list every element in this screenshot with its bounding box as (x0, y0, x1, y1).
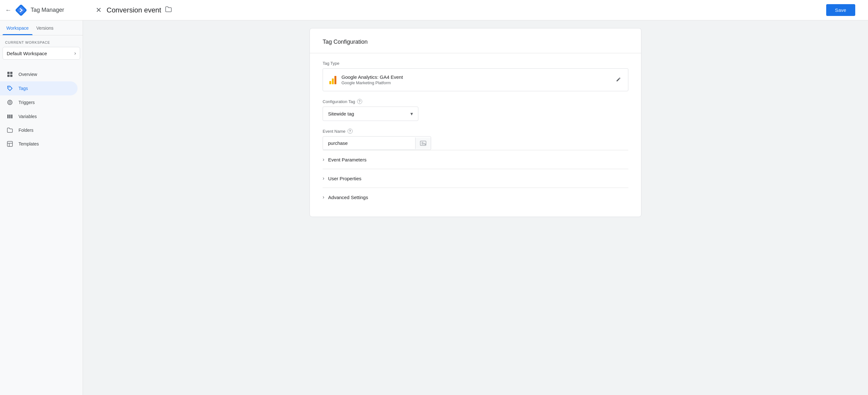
event-parameters-title: Event Parameters (328, 157, 366, 162)
config-tag-help-icon[interactable]: ? (357, 99, 362, 104)
workspace-chevron-icon: › (74, 51, 76, 56)
tab-versions[interactable]: Versions (33, 21, 57, 35)
templates-icon (6, 141, 13, 147)
svg-point-7 (8, 100, 12, 105)
variable-icon (420, 141, 426, 146)
variables-icon (6, 113, 13, 120)
accordion-event-parameters-header[interactable]: › Event Parameters (322, 157, 628, 162)
sidebar: Workspace Versions CURRENT WORKSPACE Def… (0, 21, 83, 395)
tag-type-name: Google Analytics: GA4 Event (341, 74, 403, 80)
tab-workspace[interactable]: Workspace (3, 21, 33, 35)
user-properties-title: User Properties (328, 176, 361, 181)
accordion-event-parameters: › Event Parameters (322, 150, 628, 169)
bar2 (332, 79, 334, 84)
variable-picker-button[interactable] (415, 138, 431, 149)
sidebar-item-variables[interactable]: Variables (0, 110, 78, 123)
event-name-section: Event Name ? (322, 129, 628, 150)
close-panel-button[interactable]: ✕ (96, 6, 101, 14)
tag-type-subtitle: Google Marketing Platform (341, 81, 403, 85)
sidebar-item-tags[interactable]: Tags (0, 81, 78, 95)
workspace-selector[interactable]: Default Workspace › (3, 47, 80, 60)
workspace-name: Default Workspace (7, 51, 47, 56)
event-name-input[interactable] (323, 136, 415, 150)
current-workspace-label: CURRENT WORKSPACE (0, 35, 83, 47)
section-divider-top (310, 53, 641, 53)
event-name-label-text: Event Name (322, 129, 346, 134)
tag-type-card[interactable]: Google Analytics: GA4 Event Google Marke… (322, 68, 628, 91)
tag-type-label: Tag Type (322, 61, 628, 66)
tag-type-label-text: Tag Type (322, 61, 340, 66)
config-tag-dropdown-arrow-icon: ▾ (410, 111, 413, 117)
panel-card: Tag Configuration Tag Type Goog (310, 28, 642, 217)
event-parameters-chevron-icon: › (322, 157, 324, 162)
panel-title-text: Conversion event (106, 6, 161, 14)
tag-type-section: Tag Type Google Analytics: GA4 Event Goo… (322, 61, 628, 91)
svg-rect-3 (10, 72, 12, 74)
content-area: Tag Configuration Tag Type Goog (83, 21, 868, 395)
svg-point-6 (9, 87, 9, 88)
sidebar-item-templates[interactable]: Templates (0, 137, 78, 151)
config-tag-label-text: Configuration Tag (322, 99, 355, 104)
config-tag-section: Configuration Tag ? Sitewide tag ▾ (322, 99, 628, 121)
tag-type-info: Google Analytics: GA4 Event Google Marke… (341, 74, 403, 85)
event-name-label: Event Name ? (322, 129, 628, 134)
config-tag-value: Sitewide tag (328, 111, 354, 117)
bar3 (335, 76, 336, 84)
folders-icon (6, 127, 13, 133)
tag-manager-logo (15, 4, 27, 16)
accordion-advanced-settings: › Advanced Settings (322, 188, 628, 207)
advanced-settings-title: Advanced Settings (328, 194, 368, 200)
top-bar-panel: ✕ Conversion event Save (88, 4, 863, 16)
ga4-icon (329, 75, 336, 84)
svg-point-14 (425, 144, 426, 145)
svg-rect-11 (11, 115, 12, 118)
panel-title: Conversion event (106, 6, 172, 14)
main-layout: Workspace Versions CURRENT WORKSPACE Def… (0, 21, 868, 395)
save-button[interactable]: Save (826, 4, 855, 16)
accordion-advanced-settings-header[interactable]: › Advanced Settings (322, 194, 628, 200)
svg-rect-10 (9, 115, 10, 118)
folders-label: Folders (19, 128, 33, 133)
overview-label: Overview (19, 72, 37, 77)
edit-tag-type-button[interactable] (616, 76, 622, 84)
config-tag-dropdown[interactable]: Sitewide tag ▾ (322, 107, 418, 121)
tags-icon (6, 85, 13, 92)
user-properties-chevron-icon: › (322, 176, 324, 181)
advanced-settings-chevron-icon: › (322, 194, 324, 200)
triggers-label: Triggers (19, 100, 35, 105)
accordion-user-properties-header[interactable]: › User Properties (322, 176, 628, 181)
accordion-user-properties: › User Properties (322, 169, 628, 188)
top-bar-left: ← Tag Manager (5, 4, 88, 16)
svg-rect-12 (7, 141, 12, 147)
svg-rect-9 (7, 115, 9, 118)
app-title: Tag Manager (31, 7, 64, 13)
event-name-input-wrap (322, 136, 431, 150)
svg-rect-2 (7, 72, 9, 74)
triggers-icon (6, 99, 13, 105)
tag-type-left: Google Analytics: GA4 Event Google Marke… (329, 74, 403, 85)
templates-label: Templates (19, 141, 39, 147)
sidebar-nav: Overview Tags Triggers Variables (0, 65, 83, 153)
panel-folder-icon (165, 6, 172, 14)
sidebar-tabs: Workspace Versions (0, 21, 83, 35)
svg-point-8 (9, 101, 11, 103)
section-title: Tag Configuration (322, 39, 628, 45)
bar1 (329, 81, 331, 84)
svg-rect-4 (7, 75, 9, 77)
top-bar: ← Tag Manager ✕ Conversion event Save (0, 0, 868, 21)
back-arrow-button[interactable]: ← (5, 6, 11, 14)
overview-icon (6, 71, 13, 78)
sidebar-item-triggers[interactable]: Triggers (0, 95, 78, 110)
sidebar-item-overview[interactable]: Overview (0, 67, 78, 81)
tags-label: Tags (19, 86, 28, 91)
config-tag-label: Configuration Tag ? (322, 99, 628, 104)
variables-label: Variables (19, 114, 37, 119)
sidebar-item-folders[interactable]: Folders (0, 123, 78, 137)
svg-rect-5 (10, 75, 12, 77)
event-name-help-icon[interactable]: ? (347, 129, 352, 134)
